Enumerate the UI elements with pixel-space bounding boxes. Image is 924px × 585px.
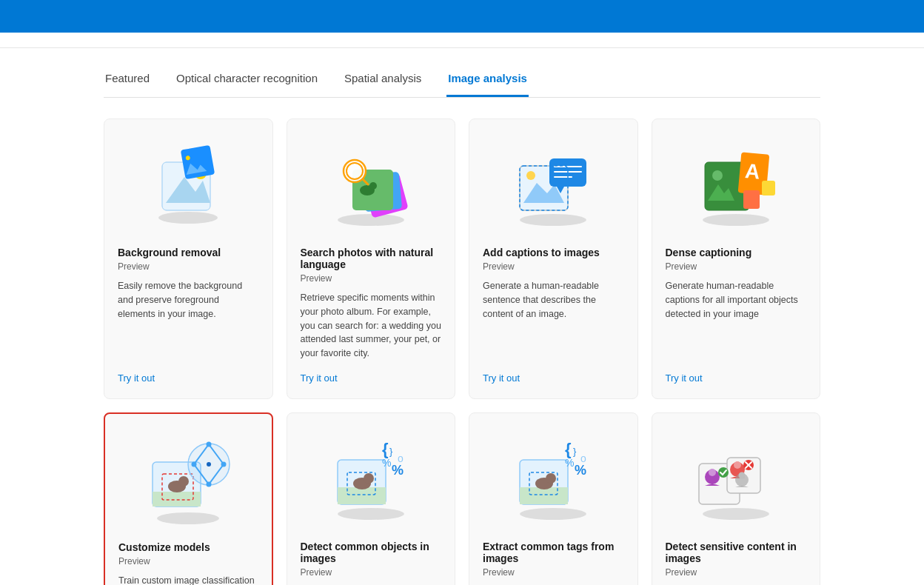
svg-point-76 [709, 469, 716, 476]
svg-text:A: A [744, 159, 761, 184]
svg-text:%: % [392, 463, 404, 478]
card-image-detect-sensitive [666, 427, 807, 530]
svg-point-49 [207, 462, 211, 467]
svg-text:o: o [398, 452, 404, 464]
svg-text:}: } [389, 446, 393, 457]
card-detect-sensitive[interactable]: Detect sensitive content in images Previ… [652, 412, 821, 585]
svg-point-8 [338, 214, 404, 226]
card-title-extract-tags: Extract common tags from images [483, 541, 624, 564]
svg-point-13 [369, 182, 377, 190]
card-customize-models[interactable]: Customize models Preview Train custom im… [104, 412, 273, 585]
svg-point-54 [364, 473, 374, 484]
svg-point-20 [526, 171, 535, 180]
card-image-dense-captioning: A [666, 133, 807, 236]
topbar [0, 0, 924, 33]
card-dense-captioning[interactable]: A Dense captioning Preview Generate huma… [652, 118, 821, 399]
svg-text:o: o [580, 452, 586, 464]
card-link-search-photos[interactable]: Try it out [301, 372, 442, 384]
card-background-removal[interactable]: Background removal Preview Easily remove… [104, 118, 273, 399]
svg-point-84 [738, 472, 745, 478]
card-add-captions[interactable]: Add captions to images Preview Generate … [469, 118, 638, 399]
svg-point-79 [734, 461, 741, 469]
card-badge-search-photos: Preview [301, 273, 442, 284]
card-desc-background-removal: Easily remove the background and preserv… [118, 279, 259, 361]
svg-point-0 [158, 212, 218, 224]
svg-rect-5 [181, 145, 215, 179]
svg-rect-32 [743, 190, 760, 209]
card-image-customize-models [118, 427, 258, 531]
card-badge-extract-tags: Preview [483, 567, 624, 578]
card-extract-tags[interactable]: { } % % o Extract common tags from image… [469, 412, 638, 585]
svg-point-40 [178, 476, 189, 487]
card-link-background-removal[interactable]: Try it out [118, 372, 259, 384]
card-badge-customize-models: Preview [118, 556, 258, 566]
svg-point-34 [712, 170, 723, 181]
tab-image[interactable]: Image analysis [446, 63, 529, 97]
card-link-dense-captioning[interactable]: Try it out [666, 372, 807, 384]
svg-text:}: } [573, 446, 577, 457]
svg-point-61 [520, 508, 586, 520]
card-image-add-captions [483, 133, 624, 236]
svg-text:%: % [565, 457, 574, 469]
tabs-container: FeaturedOptical character recognitionSpa… [104, 63, 820, 98]
card-title-detect-objects: Detect common objects in images [301, 541, 442, 564]
card-title-add-captions: Add captions to images [483, 247, 624, 258]
card-badge-dense-captioning: Preview [666, 261, 807, 272]
svg-point-65 [546, 473, 556, 484]
card-desc-dense-captioning: Generate human-readable captions for all… [666, 279, 807, 361]
svg-point-27 [703, 214, 769, 226]
card-title-search-photos: Search photos with natural language [301, 247, 442, 270]
svg-point-45 [207, 441, 212, 447]
svg-point-46 [221, 461, 227, 467]
svg-point-36 [157, 512, 219, 524]
card-image-background-removal [118, 133, 259, 236]
card-detect-objects[interactable]: { } % % o Detect common objects in image… [287, 412, 456, 585]
svg-rect-63 [520, 487, 568, 504]
tab-ocr[interactable]: Optical character recognition [175, 63, 319, 97]
svg-rect-33 [762, 181, 775, 195]
svg-text:{: { [565, 440, 572, 458]
svg-point-48 [192, 461, 197, 467]
cards-grid: Background removal Preview Easily remove… [104, 118, 820, 585]
svg-text:%: % [575, 463, 586, 478]
svg-text:{: { [382, 440, 389, 458]
svg-point-72 [703, 508, 769, 520]
card-title-customize-models: Customize models [118, 541, 258, 553]
card-title-dense-captioning: Dense captioning [666, 247, 807, 258]
card-desc-add-captions: Generate a human-readable sentence that … [483, 279, 624, 361]
card-badge-add-captions: Preview [483, 261, 624, 272]
svg-text:%: % [382, 457, 391, 469]
card-desc-search-photos: Retrieve specific moments within your ph… [301, 291, 442, 361]
subnav [0, 33, 924, 48]
card-image-search-photos [301, 133, 442, 236]
svg-point-50 [338, 508, 404, 520]
svg-rect-52 [338, 487, 386, 504]
card-title-background-removal: Background removal [118, 247, 259, 258]
card-desc-customize-models: Train custom image classification and ob… [118, 574, 258, 585]
card-badge-background-removal: Preview [118, 261, 259, 272]
card-badge-detect-objects: Preview [301, 567, 442, 578]
card-search-photos[interactable]: Search photos with natural language Prev… [287, 118, 456, 399]
card-image-extract-tags: { } % % o [483, 427, 624, 530]
svg-point-47 [207, 481, 212, 487]
tab-spatial[interactable]: Spatial analysis [343, 63, 423, 97]
svg-point-17 [520, 214, 586, 226]
card-badge-detect-sensitive: Preview [666, 567, 807, 578]
main-content: FeaturedOptical character recognitionSpa… [0, 48, 924, 585]
tab-featured[interactable]: Featured [104, 63, 151, 97]
card-link-add-captions[interactable]: Try it out [483, 372, 624, 384]
card-image-detect-objects: { } % % o [301, 427, 442, 530]
card-title-detect-sensitive: Detect sensitive content in images [666, 541, 807, 564]
